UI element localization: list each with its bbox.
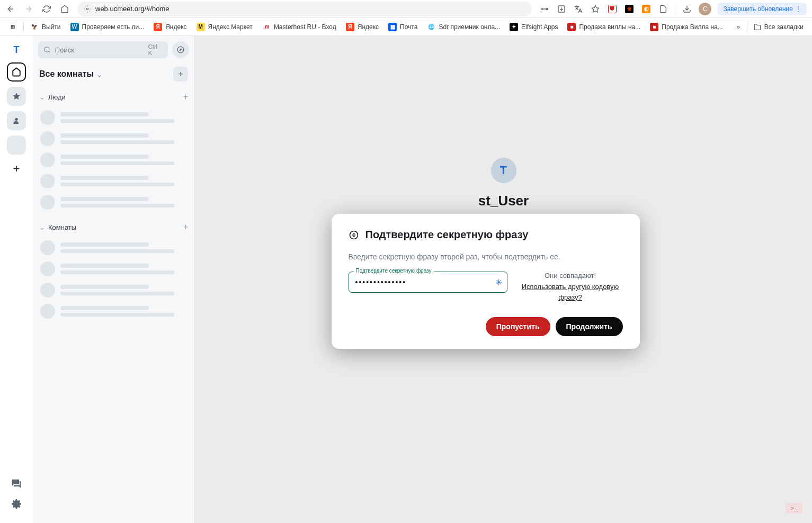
ext-icon-2[interactable]: ※ (624, 4, 635, 14)
key-icon[interactable]: ⊶ (539, 4, 550, 14)
continue-button[interactable]: Продолжить (556, 317, 623, 336)
bookmark-item[interactable]: ▦Почта (385, 21, 421, 33)
modal-backdrop: Подтвердите секретную фразу Введите секр… (0, 36, 812, 523)
svg-point-0 (86, 8, 88, 10)
bookmarks-bar: ⊞ 🦅Выйти WПроверяем есть ли... ЯЯндекс M… (0, 18, 812, 36)
svg-marker-2 (592, 5, 599, 12)
site-settings-icon (84, 5, 91, 13)
translate-icon[interactable] (573, 4, 584, 14)
match-status: Они совпадают! (518, 272, 623, 279)
passphrase-input[interactable] (349, 272, 507, 293)
bookmark-item[interactable]: ЯЯндекс (150, 21, 190, 33)
ext-icon-1[interactable]: ⛊ (607, 4, 618, 14)
bookmark-item[interactable]: 🦅Выйти (27, 21, 64, 33)
bookmark-item[interactable]: ✦Elfsight Apps (506, 21, 561, 33)
browser-address-bar: web.ucmeet.org/#/home ⊶ ⛊ ※ ◐ C Завершит… (0, 0, 812, 18)
bookmark-item[interactable]: ЯЯндекс (343, 21, 382, 33)
downloads-icon[interactable] (682, 4, 692, 14)
skip-button[interactable]: Пропустить (486, 317, 550, 336)
bookmark-item[interactable]: MЯндекс Маркет (193, 21, 256, 33)
bookmark-item[interactable]: 🌐Sdr приемник онла... (424, 21, 503, 33)
install-icon[interactable] (556, 4, 567, 14)
url-text: web.ucmeet.org/#/home (95, 5, 169, 13)
apps-button[interactable]: ⊞ (5, 21, 20, 33)
spinner-icon: ✳ (495, 277, 502, 287)
back-button[interactable] (5, 4, 16, 14)
field-label: Подтвердите секретную фразу (354, 268, 434, 274)
forward-button[interactable] (23, 4, 34, 14)
extensions-icon[interactable] (658, 4, 668, 14)
dev-tools-badge[interactable]: >_ (786, 503, 802, 513)
home-button[interactable] (59, 4, 70, 14)
divider (675, 4, 675, 14)
ext-icon-3[interactable]: ◐ (641, 4, 652, 14)
bookmark-item[interactable]: .mMasterhost RU - Вход (259, 21, 340, 33)
update-button[interactable]: Завершить обновление⋮ (718, 3, 807, 15)
bookmarks-overflow[interactable]: » (733, 22, 744, 32)
confirm-phrase-modal: Подтвердите секретную фразу Введите секр… (332, 214, 640, 349)
star-icon[interactable] (590, 4, 601, 14)
reload-button[interactable] (41, 4, 52, 14)
profile-avatar[interactable]: C (699, 3, 711, 15)
all-bookmarks[interactable]: Все закладки (751, 21, 807, 33)
modal-description: Введите секретную фразу второй раз, чтоб… (349, 253, 623, 261)
url-bar[interactable]: web.ucmeet.org/#/home (77, 2, 532, 16)
bookmark-item[interactable]: WПроверяем есть ли... (67, 21, 148, 33)
modal-title: Подтвердите секретную фразу (365, 229, 529, 241)
bookmark-item[interactable]: ■Продажа виллы на... (564, 21, 644, 33)
lock-icon (349, 230, 359, 240)
use-different-phrase-link[interactable]: Использовать другую кодовую фразу? (518, 282, 623, 302)
bookmark-item[interactable]: ■Продажа Вилла на... (647, 21, 726, 33)
